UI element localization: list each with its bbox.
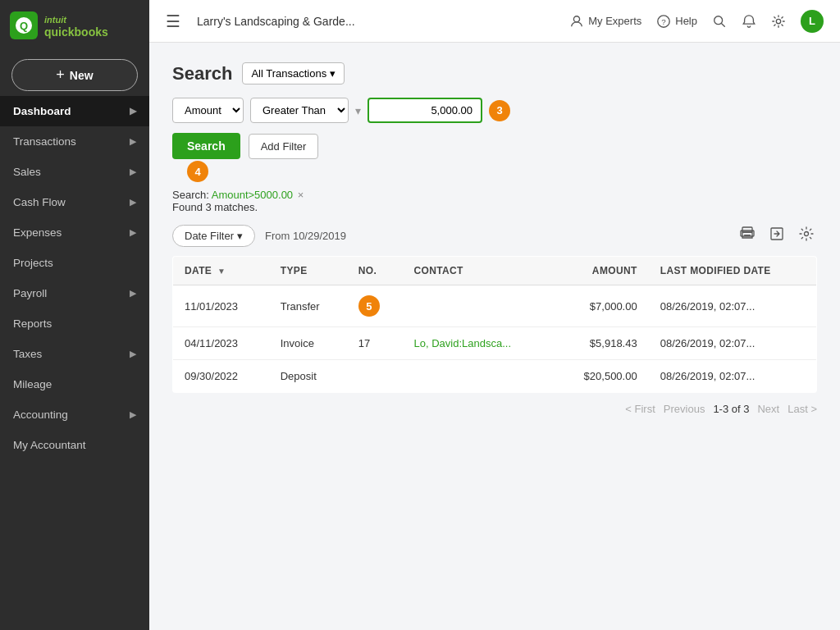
sidebar-item-cash-flow[interactable]: Cash Flow ▶: [0, 187, 149, 217]
date-filter-label: Date Filter: [185, 230, 234, 242]
transaction-type-label: All Transactions: [251, 67, 326, 80]
chevron-right-icon: ▶: [130, 197, 136, 208]
search-button[interactable]: [712, 14, 727, 29]
col-last-modified: LAST MODIFIED DATE: [649, 257, 817, 285]
cell-contact: [403, 285, 554, 327]
contact-link[interactable]: Lo, David:Landsca...: [414, 337, 512, 349]
svg-point-5: [714, 16, 723, 24]
sidebar-item-label: Reports: [13, 317, 52, 330]
sidebar-item-label: Dashboard: [13, 105, 71, 117]
filter-value-dropdown-arrow: ▾: [355, 104, 361, 117]
avatar[interactable]: L: [801, 10, 824, 33]
sidebar-item-reports[interactable]: Reports: [0, 308, 149, 339]
table-row: 11/01/2023 Transfer 5 $7,000.00 08/26/20…: [173, 285, 817, 327]
sidebar-item-taxes[interactable]: Taxes ▶: [0, 339, 149, 369]
next-page-button[interactable]: Next: [757, 403, 779, 415]
export-button[interactable]: [766, 223, 788, 248]
previous-page-button[interactable]: Previous: [664, 403, 705, 415]
search-filter-tag[interactable]: Amount>5000.00: [212, 189, 293, 201]
filter-operator-select[interactable]: Greater Than: [250, 98, 349, 123]
svg-point-6: [776, 19, 780, 23]
search-header: Search All Transactions ▾: [172, 62, 817, 84]
results-count: Found 3 matches.: [172, 201, 258, 213]
step5-badge: 5: [358, 295, 380, 317]
help-button[interactable]: ? Help: [656, 14, 697, 29]
col-contact: CONTACT: [403, 257, 554, 285]
table-row: 04/11/2023 Invoice 17 Lo, David:Landsca.…: [173, 327, 817, 360]
filter-value-input[interactable]: 5,000.00: [368, 98, 482, 123]
company-name: Larry's Landscaping & Garde...: [197, 15, 556, 28]
print-button[interactable]: [737, 223, 758, 248]
chevron-right-icon: ▶: [130, 349, 136, 359]
cell-last-modified: 08/26/2019, 02:07...: [649, 285, 817, 327]
chevron-right-icon: ▶: [130, 167, 136, 177]
sort-icon: ▼: [217, 267, 226, 276]
chevron-right-icon: ▶: [130, 227, 136, 238]
sidebar-item-accounting[interactable]: Accounting ▶: [0, 399, 149, 430]
settings-table-button[interactable]: [796, 223, 817, 248]
sidebar-item-label: Transactions: [13, 135, 76, 148]
col-no: NO.: [347, 257, 403, 285]
my-experts-button[interactable]: My Experts: [569, 14, 641, 29]
transaction-type-dropdown[interactable]: All Transactions ▾: [242, 62, 345, 84]
cell-date: 09/30/2022: [173, 360, 269, 393]
filter-field-select[interactable]: Amount: [172, 98, 244, 123]
svg-rect-9: [744, 235, 751, 236]
quickbooks-logo-icon: Q: [10, 11, 38, 39]
gear-icon: [771, 14, 786, 29]
col-date[interactable]: DATE ▼: [173, 257, 269, 285]
col-type: TYPE: [269, 257, 347, 285]
search-submit-button[interactable]: Search: [172, 133, 240, 159]
sidebar-item-projects[interactable]: Projects: [0, 248, 149, 278]
search-icon: [712, 14, 727, 29]
sidebar-item-mileage[interactable]: Mileage: [0, 369, 149, 399]
sidebar-item-expenses[interactable]: Expenses ▶: [0, 217, 149, 248]
date-filter-left: Date Filter ▾ From 10/29/2019: [172, 225, 346, 247]
date-filter-button[interactable]: Date Filter ▾: [172, 225, 255, 247]
sidebar-item-transactions[interactable]: Transactions ▶: [0, 126, 149, 157]
filter-row: Amount Greater Than ▾ 5,000.00 3: [172, 98, 817, 123]
sidebar-item-label: Payroll: [13, 287, 47, 299]
cell-contact: [403, 360, 554, 393]
first-page-button[interactable]: < First: [625, 403, 655, 415]
chevron-right-icon: ▶: [130, 409, 136, 420]
logo: Q intuit quickbooks: [0, 0, 149, 51]
topbar-actions: My Experts ? Help L: [569, 10, 824, 33]
my-experts-label: My Experts: [588, 15, 641, 27]
sidebar-item-label: Projects: [13, 257, 53, 269]
remove-filter-button[interactable]: ×: [298, 189, 304, 201]
content-area: Search All Transactions ▾ Amount Greater…: [149, 43, 840, 630]
cell-no: 5: [347, 285, 403, 327]
topbar: ☰ Larry's Landscaping & Garde... My Expe…: [149, 0, 840, 43]
results-table: DATE ▼ TYPE NO. CONTACT AMOUNT LAST MODI…: [172, 256, 817, 393]
chevron-right-icon: ▶: [130, 136, 136, 147]
settings-button[interactable]: [771, 14, 786, 29]
svg-point-2: [574, 16, 580, 21]
cell-last-modified: 08/26/2019, 02:07...: [649, 360, 817, 393]
sidebar-item-my-accountant[interactable]: My Accountant: [0, 430, 149, 460]
add-filter-button[interactable]: Add Filter: [249, 134, 319, 159]
table-header-row: DATE ▼ TYPE NO. CONTACT AMOUNT LAST MODI…: [173, 257, 817, 285]
step3-badge: 3: [489, 100, 510, 121]
bell-icon: [742, 14, 756, 29]
cell-date: 11/01/2023: [173, 285, 269, 327]
sidebar-item-sales[interactable]: Sales ▶: [0, 157, 149, 187]
cell-type: Transfer: [269, 285, 347, 327]
new-button[interactable]: + New: [11, 59, 138, 91]
page-range: 1-3 of 3: [713, 403, 749, 415]
svg-text:Q: Q: [20, 20, 28, 32]
hamburger-menu-icon[interactable]: ☰: [166, 11, 180, 31]
cell-no: 17: [347, 327, 403, 360]
help-label: Help: [675, 15, 697, 27]
sidebar-item-payroll[interactable]: Payroll ▶: [0, 278, 149, 308]
new-button-label: New: [70, 69, 94, 82]
last-page-button[interactable]: Last >: [788, 403, 817, 415]
date-filter-bar: Date Filter ▾ From 10/29/2019: [172, 223, 817, 248]
print-icon: [740, 226, 755, 241]
sidebar-item-dashboard[interactable]: Dashboard ▶: [0, 96, 149, 126]
results-info: Search: Amount>5000.00 × Found 3 matches…: [172, 189, 817, 213]
my-experts-icon: [569, 14, 584, 29]
search-button-row: Search Add Filter 4: [172, 133, 817, 159]
sidebar: Q intuit quickbooks + New Dashboard ▶ Tr…: [0, 0, 149, 630]
notifications-button[interactable]: [742, 14, 756, 29]
